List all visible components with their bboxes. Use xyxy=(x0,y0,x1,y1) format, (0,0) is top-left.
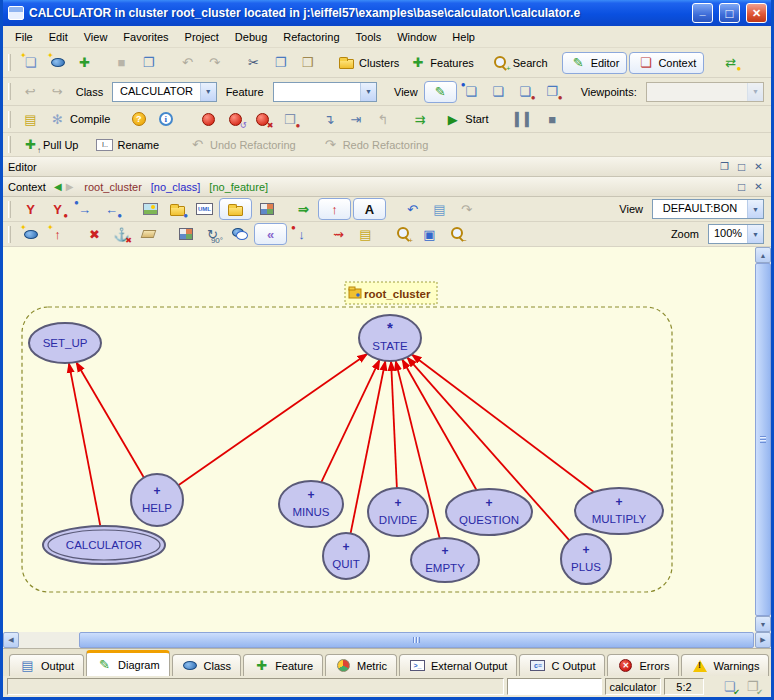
menu-refactoring[interactable]: Refactoring xyxy=(275,28,347,46)
tab-errors[interactable]: Errors xyxy=(607,654,679,676)
close-button[interactable] xyxy=(746,3,767,23)
move-link-icon[interactable]: ⇝ xyxy=(326,223,351,245)
inheritance-link-help-to-state[interactable] xyxy=(178,354,367,485)
undo-icon[interactable]: ↶ xyxy=(175,52,200,74)
compile-button[interactable]: ✻Compile xyxy=(45,108,114,130)
diagram-redo-icon[interactable]: ↷ xyxy=(454,198,479,220)
zoom-fit-icon[interactable]: ▣ xyxy=(417,223,442,245)
clusters-button[interactable]: Clusters xyxy=(334,52,403,74)
tab-output[interactable]: ▤Output xyxy=(9,654,84,676)
zoom-out-icon[interactable]: − xyxy=(444,223,469,245)
node-divide[interactable]: +DIVIDE xyxy=(368,488,428,536)
menu-edit[interactable]: Edit xyxy=(41,28,76,46)
uml-view-icon[interactable] xyxy=(192,198,217,220)
menu-window[interactable]: Window xyxy=(389,28,444,46)
node-help[interactable]: +HELP xyxy=(131,474,183,526)
context-button[interactable]: ❏Context xyxy=(629,52,704,74)
menu-file[interactable]: File xyxy=(7,28,41,46)
node-empty[interactable]: +EMPTY xyxy=(411,538,479,582)
bon-view-icon[interactable] xyxy=(219,198,252,220)
context-cluster[interactable]: root_cluster xyxy=(84,181,141,193)
menu-debug[interactable]: Debug xyxy=(227,28,275,46)
chevron-down-icon[interactable] xyxy=(360,83,376,101)
undo-refactoring-button[interactable]: ↶Undo Refactoring xyxy=(185,134,300,156)
rotate-tool-icon[interactable]: ↻90° xyxy=(200,223,225,245)
minimize-button[interactable] xyxy=(692,3,713,23)
stop-icon[interactable]: ■ xyxy=(540,108,565,130)
menu-tools[interactable]: Tools xyxy=(348,28,390,46)
notes-icon[interactable]: ▤ xyxy=(353,223,378,245)
tab-feature[interactable]: ✚Feature xyxy=(243,654,323,676)
class-links-icon[interactable]: Y xyxy=(18,198,43,220)
node-plus[interactable]: +PLUS xyxy=(561,534,611,584)
delete-tool-icon[interactable]: ✖ xyxy=(82,223,107,245)
anchor-tool-icon[interactable]: ⚓✖ xyxy=(109,223,134,245)
chevron-down-icon[interactable] xyxy=(200,83,216,101)
chevron-down-icon[interactable] xyxy=(747,200,763,218)
context-close-icon[interactable] xyxy=(751,180,766,194)
pull-up-button[interactable]: ✚↑Pull Up xyxy=(18,134,82,156)
editor-maximize-icon[interactable] xyxy=(734,160,749,174)
node-multiply[interactable]: +MULTIPLY xyxy=(575,488,663,534)
vertical-scroll-thumb[interactable] xyxy=(755,263,771,616)
step-into-icon[interactable]: ↴ xyxy=(316,108,341,130)
breakpoints-toggle-icon[interactable]: ↺ xyxy=(223,108,248,130)
search-button[interactable]: +Search xyxy=(488,52,552,74)
scroll-up-icon[interactable] xyxy=(755,247,771,263)
rename-button[interactable]: Rename xyxy=(92,134,163,156)
toolbar-grip[interactable] xyxy=(8,201,11,218)
fit-classes-icon[interactable] xyxy=(227,223,252,245)
save-icon[interactable]: ■ xyxy=(109,52,134,74)
diagram-canvas[interactable]: SET_UP*STATE+HELPCALCULATOR+MINUS+QUIT+D… xyxy=(3,247,755,632)
flat-view-icon[interactable]: ❏ xyxy=(486,81,511,103)
node-quit[interactable]: +QUIT xyxy=(323,533,369,579)
context-class[interactable]: [no_class] xyxy=(151,181,201,193)
features-button[interactable]: ✚Features xyxy=(405,52,477,74)
horizontal-scroll-thumb[interactable] xyxy=(79,632,754,648)
node-state[interactable]: *STATE xyxy=(359,315,421,361)
class-history-forward-icon[interactable]: ↪ xyxy=(45,81,70,103)
node-set_up[interactable]: SET_UP xyxy=(29,323,101,363)
clickable-view-icon[interactable]: ❏● xyxy=(459,81,484,103)
feature-combo[interactable] xyxy=(273,82,377,102)
breakpoints-window-icon[interactable]: ❒● xyxy=(277,108,302,130)
relayout-icon[interactable]: ⇒ xyxy=(291,198,316,220)
eraser-tool-icon[interactable] xyxy=(136,223,161,245)
chevron-down-icon[interactable] xyxy=(747,83,763,101)
scroll-down-icon[interactable] xyxy=(755,616,771,632)
toolbar-grip[interactable] xyxy=(8,226,11,243)
cluster-label[interactable]: root_cluster xyxy=(345,282,437,304)
menu-help[interactable]: Help xyxy=(444,28,483,46)
labels-toggle-icon[interactable]: A xyxy=(353,198,386,220)
breakpoints-remove-icon[interactable]: ✖ xyxy=(250,108,275,130)
menu-view[interactable]: View xyxy=(76,28,116,46)
node-question[interactable]: +QUESTION xyxy=(446,489,532,535)
tab-c-output[interactable]: C Output xyxy=(519,654,605,676)
fan-links-icon[interactable]: « xyxy=(254,223,287,245)
new-window-icon[interactable]: ❏✦ xyxy=(18,52,43,74)
scroll-right-icon[interactable] xyxy=(755,632,771,648)
diagram-view-combo[interactable]: DEFAULT:BON xyxy=(652,199,764,219)
outputs-check-all-icon[interactable]: ❐✔ xyxy=(744,678,761,695)
inheritance-link-help-to-set_up[interactable] xyxy=(76,362,144,478)
chevron-down-icon[interactable] xyxy=(747,225,763,243)
sort-classes-icon[interactable]: ↓● xyxy=(289,223,314,245)
step-out-icon[interactable]: ↰ xyxy=(370,108,395,130)
new-class-tool-icon[interactable]: ✦ xyxy=(18,223,43,245)
precompile-icon[interactable] xyxy=(126,108,151,130)
zoom-in-icon[interactable]: + xyxy=(390,223,415,245)
diagram-history-icon[interactable]: ▤ xyxy=(427,198,452,220)
copy-icon[interactable]: ❐ xyxy=(268,52,293,74)
menu-project[interactable]: Project xyxy=(177,28,227,46)
run-no-stop-icon[interactable]: ⇉ xyxy=(407,108,432,130)
project-info-icon[interactable] xyxy=(153,108,178,130)
context-back-icon[interactable] xyxy=(54,181,62,192)
views-window-icon[interactable] xyxy=(254,198,279,220)
viewpoints-combo[interactable] xyxy=(646,82,764,102)
redo-icon[interactable]: ↷ xyxy=(202,52,227,74)
supplier-links-icon[interactable]: →● xyxy=(72,198,97,220)
inheritance-link-question-to-state[interactable] xyxy=(402,359,476,490)
horizontal-scrollbar[interactable] xyxy=(3,632,771,648)
pause-icon[interactable]: ▍▍ xyxy=(513,108,538,130)
zoom-combo[interactable]: 100% xyxy=(708,224,764,244)
